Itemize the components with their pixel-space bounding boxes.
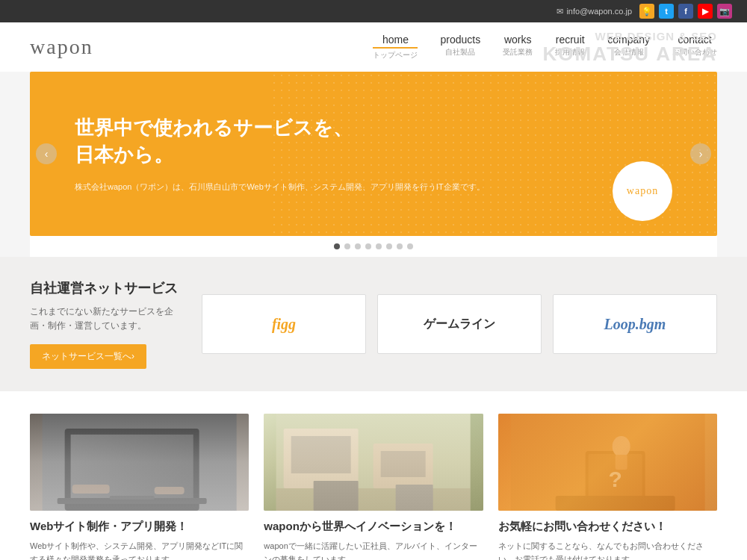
email-contact: ✉ info@wapon.co.jp — [557, 7, 632, 16]
contact-title: お気軽にお問い合わせください！ — [498, 520, 717, 534]
main-nav: home トップページ products 自社製品 works 受託業務 rec… — [373, 34, 717, 60]
hero-title: 世界中で使われるサービスを、日本から。 — [75, 114, 672, 169]
services-list-button[interactable]: ネットサービス一覧へ› — [30, 344, 146, 369]
nav-company[interactable]: company 会社情報 — [607, 34, 650, 57]
svg-rect-0 — [43, 414, 237, 511]
slider-dot-1[interactable] — [334, 243, 340, 249]
bottom-col-contact: ? お気軽にお問い合わせください！ ネットに関することなら、なんでもお問い合わせ… — [498, 414, 717, 560]
services-description: これまでにない新たなサービスを企画・制作・運営しています。 — [30, 305, 179, 333]
webdev-desc: Webサイト制作や、システム開発、アプリ開発などITに関する様々な開発業務を承っ… — [30, 540, 249, 560]
svg-rect-8 — [276, 414, 471, 511]
slider-dot-5[interactable] — [376, 243, 382, 249]
lamp-icon[interactable]: 💡 — [639, 4, 654, 19]
slider-dot-3[interactable] — [355, 243, 361, 249]
svg-rect-9 — [284, 429, 359, 488]
svg-rect-2 — [71, 435, 193, 498]
svg-rect-18 — [588, 454, 642, 500]
nav-company-en: company — [607, 34, 650, 46]
youtube-icon[interactable]: ▶ — [698, 4, 713, 19]
nav-home-ja: トップページ — [373, 50, 418, 60]
hero-logo-text: wapon — [627, 185, 658, 197]
service-card-figg[interactable]: figg — [202, 294, 366, 354]
nav-products-ja: 自社製品 — [440, 47, 480, 57]
svg-rect-10 — [291, 436, 351, 473]
webdev-image — [30, 414, 249, 511]
svg-rect-5 — [110, 496, 155, 500]
svg-rect-15 — [396, 485, 433, 511]
hero-description: 株式会社wapon（ワポン）は、石川県白山市でWebサイト制作、システム開発、ア… — [75, 181, 672, 194]
hero-content: 世界中で使われるサービスを、日本から。 株式会社wapon（ワポン）は、石川県白… — [75, 114, 672, 193]
slider-dot-4[interactable] — [365, 243, 371, 249]
nav-products[interactable]: products 自社製品 — [440, 34, 480, 57]
loopbgm-logo: Loop.bgm — [604, 316, 666, 333]
svg-rect-21 — [615, 455, 627, 470]
twitter-icon[interactable]: t — [659, 4, 674, 19]
slider-dots — [30, 236, 717, 257]
nav-works-ja: 受託業務 — [503, 47, 533, 57]
nav-recruit-ja: 採用情報 — [555, 47, 585, 57]
nav-company-ja: 会社情報 — [607, 47, 650, 57]
nav-home-en: home — [373, 34, 418, 49]
nav-works-en: works — [503, 34, 533, 46]
svg-rect-3 — [71, 435, 193, 498]
svg-rect-4 — [58, 498, 207, 504]
bottom-col-innovation: waponから世界へイノベーションを！ waponで一緒に活躍したい正社員、アル… — [264, 414, 483, 560]
svg-text:?: ? — [608, 467, 622, 491]
webdev-title: Webサイト制作・アプリ開発！ — [30, 520, 249, 534]
slider-dot-6[interactable] — [386, 243, 392, 249]
svg-rect-22 — [555, 496, 675, 511]
service-card-gameline[interactable]: ゲームライン — [377, 294, 542, 354]
instagram-icon[interactable]: 📷 — [717, 4, 732, 19]
nav-home[interactable]: home トップページ — [373, 34, 418, 60]
email-icon: ✉ — [557, 7, 563, 16]
services-text: 自社運営ネットサービス これまでにない新たなサービスを企画・制作・運営しています… — [30, 279, 179, 369]
service-cards: figg ゲームライン Loop.bgm — [202, 294, 717, 354]
service-card-loopbgm[interactable]: Loop.bgm — [553, 294, 717, 354]
svg-rect-11 — [374, 444, 433, 488]
svg-point-20 — [612, 436, 630, 457]
contact-desc: ネットに関することなら、なんでもお問い合わせください。お電話でも受け付けておりま… — [498, 540, 717, 560]
svg-rect-7 — [155, 487, 185, 494]
slider-next-button[interactable]: › — [690, 143, 711, 164]
slider-prev-button[interactable]: ‹ — [36, 143, 57, 164]
nav-contact-en: contact — [672, 34, 717, 46]
bottom-columns: Webサイト制作・アプリ開発！ Webサイト制作や、システム開発、アプリ開発など… — [0, 391, 747, 560]
svg-rect-16 — [510, 414, 704, 511]
contact-image: ? — [498, 414, 717, 511]
slider-dot-2[interactable] — [344, 243, 350, 249]
hero-logo-circle: wapon — [613, 161, 672, 221]
email-address: info@wapon.co.jp — [566, 7, 632, 16]
hero-logo-right: wapon — [613, 161, 672, 221]
svg-rect-1 — [65, 429, 199, 511]
services-section: 自社運営ネットサービス これまでにない新たなサービスを企画・制作・運営しています… — [0, 257, 747, 391]
innovation-title: waponから世界へイノベーションを！ — [264, 520, 483, 534]
figg-logo: figg — [272, 316, 296, 333]
svg-rect-13 — [276, 488, 471, 511]
services-title: 自社運営ネットサービス — [30, 279, 179, 297]
nav-recruit[interactable]: recruit 採用情報 — [555, 34, 585, 57]
nav-recruit-en: recruit — [555, 34, 585, 46]
nav-products-en: products — [440, 34, 480, 46]
svg-rect-12 — [381, 451, 426, 477]
svg-rect-17 — [585, 451, 645, 503]
gameline-logo: ゲームライン — [424, 317, 495, 332]
logo[interactable]: wapon — [30, 35, 93, 59]
nav-contact[interactable]: contact お問い合わせ — [672, 34, 717, 57]
nav-works[interactable]: works 受託業務 — [503, 34, 533, 57]
facebook-icon[interactable]: f — [678, 4, 693, 19]
header: wapon home トップページ products 自社製品 works 受託… — [0, 22, 747, 72]
slider-dot-7[interactable] — [397, 243, 403, 249]
bottom-col-webdev: Webサイト制作・アプリ開発！ Webサイト制作や、システム開発、アプリ開発など… — [30, 414, 249, 560]
innovation-desc: waponで一緒に活躍したい正社員、アルバイト、インターンの募集をしています。 — [264, 540, 483, 560]
svg-rect-6 — [72, 485, 110, 494]
top-bar: ✉ info@wapon.co.jp 💡 t f ▶ 📷 — [0, 0, 747, 22]
social-icons: 💡 t f ▶ 📷 — [639, 4, 732, 19]
slider-dot-8[interactable] — [407, 243, 413, 249]
nav-contact-ja: お問い合わせ — [672, 47, 717, 57]
hero-slider: ‹ 世界中で使われるサービスを、日本から。 株式会社wapon（ワポン）は、石川… — [30, 72, 717, 236]
svg-rect-14 — [314, 481, 359, 511]
innovation-image — [264, 414, 483, 511]
